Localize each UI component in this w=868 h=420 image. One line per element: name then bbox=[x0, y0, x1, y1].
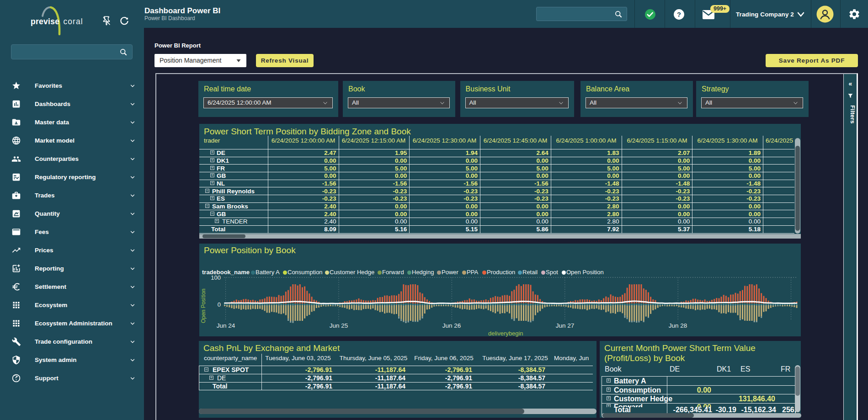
svg-text:?: ? bbox=[677, 11, 681, 18]
